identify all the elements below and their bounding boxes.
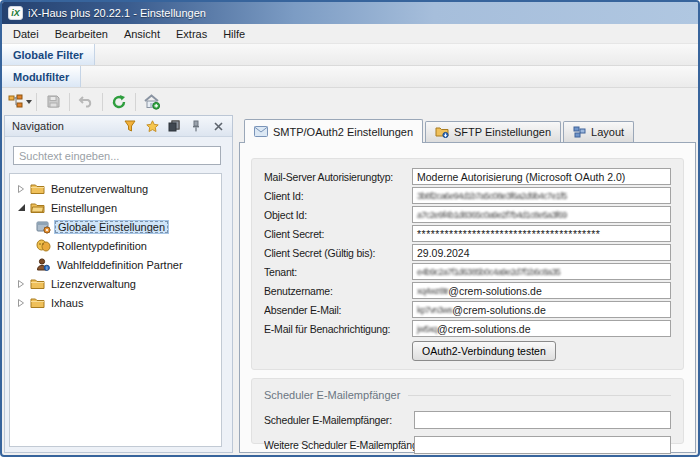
navigation-search-area	[5, 137, 232, 170]
tenant-input[interactable]: e4b9c2a7f1d6385b0c4a9e2d7f1b6c8a35	[412, 263, 671, 280]
field-label: Tenant:	[264, 266, 412, 278]
smtp-oauth2-tab-content: Mail-Server Autorisierungtyp: Moderne Au…	[239, 142, 696, 453]
pin-icon[interactable]	[189, 119, 203, 133]
global-filter-bar: Globale Filter	[2, 44, 698, 66]
expander-expanded-icon[interactable]	[16, 203, 26, 212]
scheduler-group-header: Scheduler E-Mailempfänger	[264, 389, 671, 401]
refresh-button[interactable]	[106, 91, 132, 113]
tree-item-rollentypdefinition[interactable]: Rollentypdefinition	[10, 236, 221, 255]
content-panel: SMTP/OAuth2 Einstellungen SFTP Einstellu…	[239, 115, 696, 453]
toolbar-separator	[36, 93, 37, 111]
field-label: E-Mail für Benachrichtigung:	[264, 323, 412, 335]
redacted-value: 3b8f2ca6e94d1b7a5c08e3f6a2d9b4c7e1f5	[417, 191, 567, 201]
tree-view-dropdown-button[interactable]	[7, 91, 33, 113]
title-bar: iX iX-Haus plus 20.22.1 - Einstellungen	[2, 2, 698, 24]
folder-icon	[29, 277, 45, 291]
home-button[interactable]	[139, 91, 165, 113]
folder-icon	[29, 182, 45, 196]
username-input[interactable]: xq4wz8tr@crem-solutions.de	[412, 282, 671, 299]
menu-bearbeiten[interactable]: Bearbeiten	[47, 26, 116, 42]
tab-smtp-oauth2[interactable]: SMTP/OAuth2 Einstellungen	[244, 119, 423, 143]
save-icon	[46, 94, 61, 109]
main-area: Navigation	[2, 115, 698, 455]
home-add-icon	[144, 94, 160, 110]
tree-item-benutzerverwaltung[interactable]: Benutzerverwaltung	[10, 179, 221, 198]
expander-collapsed-icon[interactable]	[16, 184, 26, 194]
oauth2-settings-group: Mail-Server Autorisierungtyp: Moderne Au…	[251, 158, 684, 370]
menu-hilfe[interactable]: Hilfe	[215, 26, 253, 42]
tree-item-lizenzverwaltung[interactable]: Lizenzverwaltung	[10, 274, 221, 293]
sender-email-input[interactable]: kp7vn3ws@crem-solutions.de	[412, 301, 671, 318]
svg-text:i: i	[46, 266, 47, 271]
filter-funnel-icon[interactable]	[123, 119, 137, 133]
tab-bar: SMTP/OAuth2 Einstellungen SFTP Einstellu…	[239, 118, 696, 142]
undo-button[interactable]	[73, 91, 99, 113]
test-oauth2-connection-button[interactable]: OAuth2-Verbindung testen	[412, 341, 556, 361]
navigation-panel: Navigation	[4, 115, 233, 453]
field-label: Client Secret:	[264, 228, 412, 240]
refresh-icon	[111, 94, 127, 110]
field-label: Benutzername:	[264, 285, 412, 297]
window-title: iX-Haus plus 20.22.1 - Einstellungen	[28, 7, 206, 19]
toolbar-separator	[135, 93, 136, 111]
field-label: Mail-Server Autorisierungtyp:	[264, 171, 412, 183]
windows-stack-icon[interactable]	[167, 119, 181, 133]
search-input[interactable]	[13, 146, 221, 165]
sftp-folder-icon	[435, 126, 449, 138]
toolbar-separator	[102, 93, 103, 111]
notification-email-input[interactable]: jw5xq@crem-solutions.de	[412, 320, 671, 337]
client-secret-input[interactable]: ****************************************	[412, 225, 671, 242]
global-settings-icon	[35, 220, 51, 234]
save-button[interactable]	[40, 91, 66, 113]
toolbar-separator	[69, 93, 70, 111]
tree-item-ixhaus[interactable]: Ixhaus	[10, 293, 221, 312]
tree-view-icon	[8, 94, 24, 110]
redacted-value: kp7vn3ws	[417, 305, 452, 315]
partner-person-icon: i	[35, 258, 51, 272]
tree-item-wahlfelddefinition-partner[interactable]: i Wahlfelddefinition Partner	[10, 255, 221, 274]
tree-item-einstellungen[interactable]: Einstellungen	[10, 198, 221, 217]
navigation-title: Navigation	[12, 120, 115, 132]
favorites-star-icon[interactable]	[145, 119, 159, 133]
redacted-value: e4b9c2a7f1d6385b0c4a9e2d7f1b6c8a35	[417, 267, 560, 277]
navigation-tree: Benutzerverwaltung Einstellungen	[9, 173, 222, 447]
expander-collapsed-icon[interactable]	[16, 279, 26, 289]
folder-icon	[29, 296, 45, 310]
dropdown-caret-icon	[26, 100, 32, 104]
field-label: Absender E-Mail:	[264, 304, 412, 316]
menu-ansicht[interactable]: Ansicht	[116, 26, 168, 42]
field-label: Client Id:	[264, 190, 412, 202]
undo-icon	[78, 94, 94, 109]
field-label: Weitere Scheduler E-Mailempfänger:	[264, 439, 414, 451]
scheduler-email-recipient-input[interactable]	[414, 411, 671, 429]
layout-grid-icon	[573, 126, 586, 138]
client-secret-valid-until-input[interactable]: 29.09.2024	[412, 244, 671, 261]
module-filter-tab[interactable]: Modulfilter	[2, 66, 81, 87]
menu-datei[interactable]: Datei	[5, 26, 47, 42]
navigation-header: Navigation	[5, 116, 232, 137]
field-label: Scheduler E-Mailempfänger:	[264, 414, 414, 426]
additional-scheduler-email-recipient-input[interactable]	[414, 436, 671, 454]
field-label: Object Id:	[264, 209, 412, 221]
app-icon: iX	[8, 6, 23, 20]
client-id-input[interactable]: 3b8f2ca6e94d1b7a5c08e3f6a2d9b4c7e1f5	[412, 187, 671, 204]
tree-item-globale-einstellungen[interactable]: Globale Einstellungen	[10, 217, 221, 236]
toolbar	[2, 88, 698, 115]
close-icon[interactable]	[211, 119, 225, 133]
folder-open-icon	[29, 201, 45, 215]
role-masks-icon	[35, 239, 51, 253]
menu-extras[interactable]: Extras	[168, 26, 215, 42]
tab-sftp[interactable]: SFTP Einstellungen	[425, 121, 561, 142]
menu-bar: Datei Bearbeiten Ansicht Extras Hilfe	[2, 24, 698, 44]
expander-collapsed-icon[interactable]	[16, 298, 26, 308]
scheduler-group: Scheduler E-Mailempfänger Scheduler E-Ma…	[251, 378, 684, 444]
tab-layout[interactable]: Layout	[563, 121, 634, 142]
object-id-input[interactable]: a7c2e9f4b1d8365c0a9e2f7b4d1c8e5a3f69	[412, 206, 671, 223]
selected-tree-label: Globale Einstellungen	[54, 220, 169, 234]
redacted-value: xq4wz8tr	[417, 286, 448, 296]
app-window: iX iX-Haus plus 20.22.1 - Einstellungen …	[0, 0, 700, 457]
mail-server-auth-type-input[interactable]: Moderne Autorisierung (Microsoft OAuth 2…	[412, 168, 671, 185]
mail-envelope-icon	[254, 126, 268, 137]
global-filter-tab[interactable]: Globale Filter	[2, 44, 95, 65]
module-filter-bar: Modulfilter	[2, 66, 698, 88]
